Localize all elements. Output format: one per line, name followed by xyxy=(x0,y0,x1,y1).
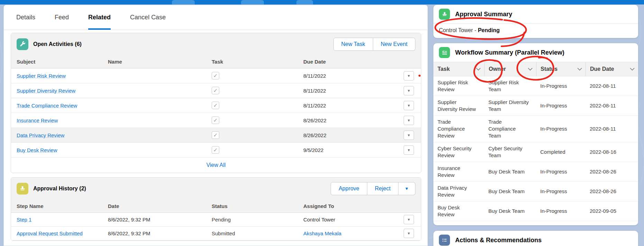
actions-recommendations-card: Actions & Recommendations xyxy=(433,231,638,246)
tab-cancel-case[interactable]: Cancel Case xyxy=(130,5,166,30)
open-activities-header: Open Activities (6) New Task New Event xyxy=(11,33,421,55)
row-actions-dropdown[interactable]: ▼ xyxy=(404,86,414,95)
row-actions-dropdown[interactable]: ▼ xyxy=(404,145,414,155)
reject-button[interactable]: Reject xyxy=(367,182,398,195)
top-nav-bar-edge xyxy=(0,0,644,4)
chevron-down-icon[interactable] xyxy=(528,68,533,70)
task-checkbox[interactable]: ✓ xyxy=(212,146,219,154)
due-date-value: 9/5/2022 xyxy=(298,147,398,153)
table-row: Step 1 8/6/2022, 9:32 PM Pending Control… xyxy=(11,213,421,227)
table-row: Approval Request Submitted 8/6/2022, 9:3… xyxy=(11,227,421,240)
stamp-icon xyxy=(19,185,26,192)
row-actions-dropdown[interactable]: ▼ xyxy=(404,215,414,224)
due-date-value: 8/26/2022 xyxy=(298,132,398,138)
subject-link[interactable]: Data Privacy Review xyxy=(17,132,64,138)
status-value: Pending xyxy=(206,217,298,223)
step-name-link[interactable]: Approval Request Submitted xyxy=(17,230,83,236)
col-assigned-to: Assigned To xyxy=(298,203,398,209)
col-status[interactable]: Status xyxy=(536,62,586,76)
approval-summary-status: Control Tower - Pending xyxy=(433,24,638,37)
subject-link[interactable]: Trade Compliance Review xyxy=(17,103,77,108)
col-date: Date xyxy=(102,203,206,209)
approval-status-value: Pending xyxy=(478,27,500,33)
row-actions-dropdown[interactable]: ▼ xyxy=(404,116,414,125)
stamp-icon xyxy=(441,11,448,18)
approval-summary-card: Approval Summary Control Tower - Pending xyxy=(433,5,638,38)
approve-button[interactable]: Approve xyxy=(331,182,367,195)
row-actions-dropdown[interactable]: ▼ xyxy=(404,131,414,140)
due-date-value: 8/11/2022 xyxy=(298,103,398,108)
workflow-summary-icon xyxy=(439,47,450,58)
approval-history-header: Approval History (2) Approve Reject ▼ xyxy=(11,178,421,200)
col-status: Status xyxy=(206,203,298,209)
case-record-panel: Details Feed Related Cancel Case Open Ac… xyxy=(3,5,428,246)
assigned-to-link[interactable]: Akshaya Mekala xyxy=(303,230,341,236)
col-owner[interactable]: Owner xyxy=(484,62,536,76)
actions-recommendations-icon xyxy=(439,235,450,246)
wrench-icon xyxy=(19,41,26,48)
view-all-link[interactable]: View All xyxy=(206,162,226,168)
col-due-date: Due Date xyxy=(298,59,398,65)
red-dot-annotation xyxy=(418,75,421,77)
approval-history-column-headers: Step Name Date Status Assigned To xyxy=(11,200,421,213)
assigned-to-value: Control Tower xyxy=(298,217,398,223)
tab-feed[interactable]: Feed xyxy=(55,5,69,30)
task-checkbox[interactable]: ✓ xyxy=(212,87,219,94)
workflow-column-headers: Task Owner Status Due Date xyxy=(433,62,638,76)
col-subject: Subject xyxy=(11,59,102,65)
row-actions-dropdown[interactable]: ▼ xyxy=(404,229,414,238)
list-icon xyxy=(441,237,448,244)
col-step-name: Step Name xyxy=(11,203,102,209)
due-date-value: 8/26/2022 xyxy=(298,117,398,123)
approval-summary-title: Approval Summary xyxy=(455,11,512,18)
table-row: Supplier Risk Review ✓ 8/11/2022 ▼ xyxy=(11,68,421,83)
col-name: Name xyxy=(102,59,206,65)
task-checkbox[interactable]: ✓ xyxy=(212,116,219,124)
new-event-button[interactable]: New Event xyxy=(373,38,415,51)
subject-link[interactable]: Supplier Diversity Review xyxy=(17,88,75,94)
table-row: Supplier Diversity Review ✓ 8/11/2022 ▼ xyxy=(11,83,421,98)
subject-link[interactable]: Supplier Risk Review xyxy=(17,73,66,79)
subject-link[interactable]: Buy Desk Review xyxy=(17,147,57,153)
new-task-button[interactable]: New Task xyxy=(333,38,373,51)
nav-highlight xyxy=(296,0,313,4)
due-date-value: 8/11/2022 xyxy=(298,88,398,94)
table-row: Insurance ReviewBuy Desk TeamIn-Progress… xyxy=(433,162,638,182)
table-row-highlighted: Data Privacy Review ✓ 8/26/2022 ▼ xyxy=(11,128,421,143)
approval-history-section: Approval History (2) Approve Reject ▼ St… xyxy=(11,177,421,241)
step-name-link[interactable]: Step 1 xyxy=(17,217,31,223)
table-row: Buy Desk ReviewBuy Desk TeamIn-Progress2… xyxy=(433,201,638,221)
row-actions-dropdown[interactable]: ▼ xyxy=(404,101,414,110)
approval-more-actions-dropdown[interactable]: ▼ xyxy=(398,182,415,195)
workflow-summary-card: Workflow Summary (Parallel Review) Task … xyxy=(433,43,638,225)
table-row: Data Privacy ReviewBuy Desk TeamIn-Progr… xyxy=(433,182,638,201)
nav-highlight xyxy=(241,0,264,4)
col-task[interactable]: Task xyxy=(433,62,484,76)
approval-history-title: Approval History (2) xyxy=(33,186,86,192)
table-row: Buy Desk Review ✓ 9/5/2022 ▼ xyxy=(11,143,421,158)
chevron-down-icon[interactable] xyxy=(577,68,582,70)
open-activities-section: Open Activities (6) New Task New Event S… xyxy=(11,33,421,173)
chevron-down-icon[interactable] xyxy=(476,68,481,70)
table-row: Cyber Security ReviewCyber Security Team… xyxy=(433,142,638,162)
approval-history-icon xyxy=(17,183,28,195)
col-task: Task xyxy=(206,59,298,65)
due-date-value: 8/11/2022 xyxy=(298,73,398,79)
open-activities-title: Open Activities (6) xyxy=(33,41,82,47)
approval-summary-icon xyxy=(439,9,450,20)
open-activities-column-headers: Subject Name Task Due Date xyxy=(11,55,421,68)
record-tab-bar: Details Feed Related Cancel Case xyxy=(4,5,427,30)
col-due-date[interactable]: Due Date xyxy=(586,62,638,76)
tab-related[interactable]: Related xyxy=(88,5,111,30)
open-activities-icon xyxy=(17,38,28,50)
task-checkbox[interactable]: ✓ xyxy=(212,102,219,109)
table-row: Trade Compliance ReviewTrade Compliance … xyxy=(433,116,638,142)
chevron-down-icon[interactable] xyxy=(630,68,635,70)
row-actions-dropdown[interactable]: ▼ xyxy=(404,71,414,81)
task-checkbox[interactable]: ✓ xyxy=(212,72,219,79)
table-row: Supplier Diversity ReviewSupplier Divers… xyxy=(433,96,638,116)
subject-link[interactable]: Insurance Review xyxy=(17,117,58,123)
task-checkbox[interactable]: ✓ xyxy=(212,131,219,139)
tab-details[interactable]: Details xyxy=(16,5,35,30)
table-row: Insurance Review ✓ 8/26/2022 ▼ xyxy=(11,113,421,128)
